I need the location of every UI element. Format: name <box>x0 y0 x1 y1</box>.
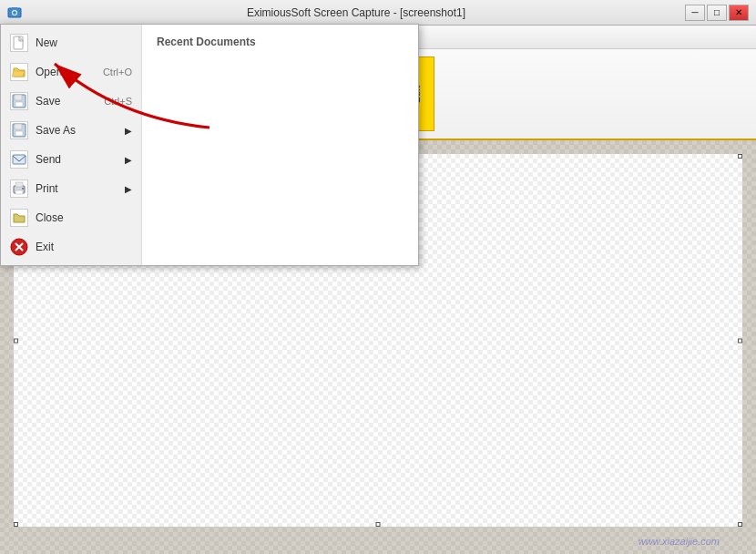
title-bar: EximiousSoft Screen Capture - [screensho… <box>0 0 756 26</box>
save-icon <box>10 92 28 110</box>
save-as-arrow: ▶ <box>125 126 132 136</box>
svg-point-40 <box>22 188 24 190</box>
file-menu-items: New Open Ctrl+O Save Ctrl+S Sav <box>1 25 142 265</box>
window-title: EximiousSoft Screen Capture - [screensho… <box>27 6 685 19</box>
file-new[interactable]: New <box>1 28 141 57</box>
file-open[interactable]: Open Ctrl+O <box>1 57 141 87</box>
recent-documents-panel: Recent Documents <box>142 25 418 265</box>
file-menu-dropdown: New Open Ctrl+O Save Ctrl+S Sav <box>0 24 419 266</box>
file-send[interactable]: Send ▶ <box>1 145 141 174</box>
handle-bm <box>376 522 381 527</box>
minimize-button[interactable]: ─ <box>685 5 705 21</box>
maximize-button[interactable]: □ <box>707 5 727 21</box>
new-icon <box>10 34 28 52</box>
handle-br <box>738 522 742 527</box>
handle-ml <box>14 338 18 343</box>
svg-rect-35 <box>15 131 23 136</box>
recent-documents-title: Recent Documents <box>149 32 411 56</box>
file-save-as[interactable]: Save As ▶ <box>1 116 141 145</box>
handle-tr <box>738 154 742 159</box>
svg-rect-3 <box>12 7 17 9</box>
svg-point-2 <box>13 11 16 15</box>
exit-icon <box>10 238 28 256</box>
close-folder-icon <box>10 209 28 227</box>
app-icon <box>7 5 22 20</box>
watermark: www.xiazaijie.com <box>639 536 720 547</box>
file-print[interactable]: Print ▶ <box>1 174 141 203</box>
close-button[interactable]: ✕ <box>729 5 749 21</box>
print-icon <box>10 180 28 198</box>
window-controls: ─ □ ✕ <box>685 5 749 21</box>
print-arrow: ▶ <box>125 184 132 194</box>
save-as-icon <box>10 121 28 139</box>
file-save[interactable]: Save Ctrl+S <box>1 87 141 116</box>
open-icon <box>10 63 28 81</box>
send-arrow: ▶ <box>125 155 132 165</box>
svg-rect-39 <box>15 190 23 194</box>
handle-bl <box>14 522 18 527</box>
svg-rect-31 <box>15 95 22 100</box>
app-window: EximiousSoft Screen Capture - [screensho… <box>0 0 756 554</box>
svg-rect-28 <box>14 36 23 49</box>
svg-rect-38 <box>15 182 23 187</box>
svg-rect-36 <box>13 155 26 164</box>
svg-rect-32 <box>15 102 23 107</box>
file-exit[interactable]: Exit <box>1 232 141 262</box>
handle-mr <box>738 338 742 343</box>
send-icon <box>10 150 28 169</box>
svg-rect-34 <box>15 124 22 129</box>
file-close[interactable]: Close <box>1 203 141 232</box>
